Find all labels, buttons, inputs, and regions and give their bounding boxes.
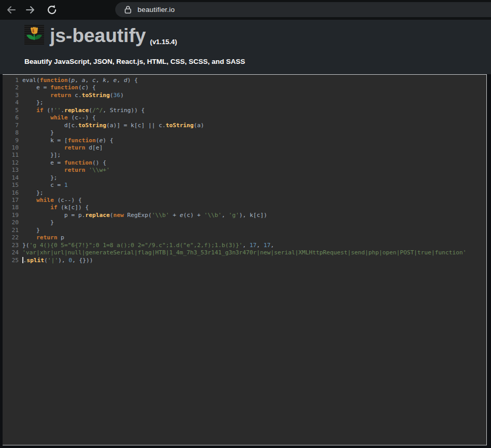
code-line[interactable]: 9 k = [function(e) { (3, 137, 486, 144)
reload-button[interactable] (46, 4, 57, 15)
line-number: 2 (3, 84, 22, 91)
code-text: } (22, 227, 40, 234)
code-text: eval(function(p, a, c, k, e, d) { (22, 77, 138, 84)
line-number: 23 (3, 242, 22, 249)
line-number: 19 (3, 212, 22, 219)
code-text: while (c--) { (22, 197, 82, 204)
line-number: 16 (3, 189, 22, 197)
line-number: 21 (3, 227, 22, 234)
back-arrow-icon (5, 4, 17, 16)
page-title: js-beautify (50, 24, 146, 47)
line-number: 7 (3, 122, 22, 129)
line-number: 11 (3, 152, 22, 159)
line-number: 15 (3, 182, 22, 189)
line-number: 22 (3, 234, 22, 241)
url-text: beautifier.io (138, 6, 175, 13)
js-beautify-logo-icon (24, 25, 44, 47)
code-line[interactable]: 24'var|xhr|url|null|generateSerial|flag|… (3, 249, 486, 256)
site-header: js-beautify (v1.15.4) Beautify JavaScrip… (0, 20, 491, 74)
code-line[interactable]: 2 e = function(c) { (3, 84, 486, 91)
code-line[interactable]: 22 return p (3, 234, 486, 241)
code-text: return c.toString(36) (22, 92, 124, 99)
code-line[interactable]: 4 }; (3, 99, 486, 106)
code-line[interactable]: 11 }]; (3, 152, 486, 159)
code-text: }('g 4(){0 5="6{7!}";0 1=8 a();0 2="/9.c… (22, 242, 274, 249)
code-text: }]; (22, 152, 61, 159)
code-text: return '\\w+' (22, 167, 110, 174)
forward-button[interactable] (25, 4, 36, 16)
code-text: if (k[c]) { (22, 204, 89, 211)
address-bar[interactable]: beautifier.io (115, 2, 491, 17)
code-text: d[c.toString(a)] = k[c] || c.toString(a) (22, 122, 204, 129)
line-number: 25 (3, 257, 22, 264)
code-line[interactable]: 6 while (c--) { (3, 114, 486, 121)
code-line[interactable]: 17 while (c--) { (3, 197, 486, 204)
code-line[interactable]: 13 return '\\w+' (3, 167, 486, 174)
line-number: 8 (3, 129, 22, 137)
version-label: (v1.15.4) (150, 38, 177, 46)
code-editor[interactable]: 1eval(function(p, a, c, k, e, d) {2 e = … (3, 74, 487, 445)
forward-arrow-icon (25, 4, 36, 16)
code-text: }; (22, 189, 43, 197)
code-text: k = [function(e) { (22, 137, 113, 144)
line-number: 5 (3, 107, 22, 114)
code-text: e = function() { (22, 159, 106, 167)
code-text: c = 1 (22, 182, 68, 189)
code-line[interactable]: 8 } (3, 129, 486, 137)
line-number: 18 (3, 204, 22, 211)
code-text: }; (22, 99, 43, 106)
code-text: .split('|'), 0, {})) (22, 257, 93, 264)
line-number: 17 (3, 197, 22, 204)
page-subtitle: Beautify JavaScript, JSON, React.js, HTM… (24, 58, 245, 65)
line-number: 6 (3, 114, 22, 121)
code-line[interactable]: 16 }; (3, 189, 486, 197)
line-number: 10 (3, 144, 22, 152)
code-line[interactable]: 7 d[c.toString(a)] = k[c] || c.toString(… (3, 122, 486, 129)
reload-icon (46, 4, 57, 16)
code-line[interactable]: 10 return d[e] (3, 144, 486, 152)
code-line[interactable]: 18 if (k[c]) { (3, 204, 486, 211)
header-row: js-beautify (v1.15.4) (24, 24, 177, 47)
code-text: }; (22, 174, 57, 182)
code-text: return d[e] (22, 144, 103, 152)
code-line[interactable]: 25.split('|'), 0, {})) (3, 257, 486, 264)
code-line[interactable]: 20 } (3, 219, 486, 226)
code-text: while (c--) { (22, 114, 96, 121)
code-text: if (!''.replace(/^/, String)) { (22, 107, 145, 114)
browser-toolbar: beautifier.io (0, 0, 491, 20)
code-text: return p (22, 234, 64, 241)
code-text: p = p.replace(new RegExp('\\b' + e(c) + … (22, 212, 267, 219)
code-line[interactable]: 3 return c.toString(36) (3, 92, 486, 99)
code-text: 'var|xhr|url|null|generateSerial|flag|HT… (22, 249, 466, 256)
code-line[interactable]: 12 e = function() { (3, 159, 486, 167)
code-line[interactable]: 21 } (3, 227, 486, 234)
line-number: 4 (3, 99, 22, 106)
code-text: e = function(c) { (22, 84, 96, 91)
line-number: 1 (3, 77, 22, 84)
lock-icon (124, 5, 132, 14)
code-line[interactable]: 19 p = p.replace(new RegExp('\\b' + e(c)… (3, 212, 486, 219)
code-text: } (22, 129, 54, 137)
code-line[interactable]: 23}('g 4(){0 5="6{7!}";0 1=8 a();0 2="/9… (3, 242, 486, 249)
code-line[interactable]: 14 }; (3, 174, 486, 182)
code-line[interactable]: 5 if (!''.replace(/^/, String)) { (3, 107, 486, 114)
code-text: } (22, 219, 54, 226)
code-line[interactable]: 1eval(function(p, a, c, k, e, d) { (3, 77, 486, 84)
line-number: 13 (3, 167, 22, 174)
line-number: 12 (3, 159, 22, 167)
code-line[interactable]: 15 c = 1 (3, 182, 486, 189)
line-number: 14 (3, 174, 22, 182)
line-number: 3 (3, 92, 22, 99)
back-button[interactable] (5, 4, 17, 16)
code-lines: 1eval(function(p, a, c, k, e, d) {2 e = … (3, 77, 486, 264)
line-number: 24 (3, 249, 22, 256)
line-number: 9 (3, 137, 22, 144)
line-number: 20 (3, 219, 22, 226)
